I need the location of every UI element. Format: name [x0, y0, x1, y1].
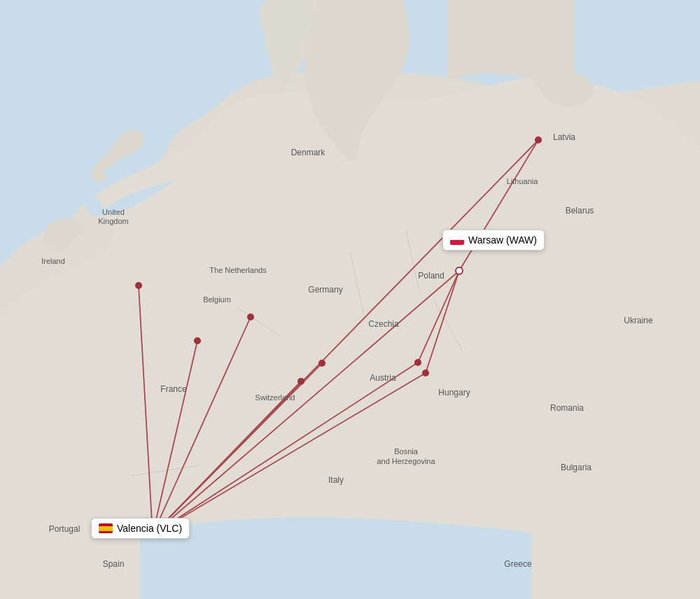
svg-point-21 [535, 136, 542, 143]
label-herzegovina: and Herzegovina [377, 457, 435, 465]
svg-point-24 [247, 313, 254, 320]
label-netherlands: The Netherlands [209, 266, 267, 274]
svg-point-27 [298, 378, 304, 385]
label-greece: Greece [504, 559, 532, 569]
label-bosnia: Bosnia [394, 447, 419, 456]
label-romania: Romania [550, 403, 584, 413]
label-czechia: Czechia [368, 319, 399, 329]
label-ireland: Ireland [41, 257, 65, 265]
label-bulgaria: Bulgaria [561, 463, 592, 472]
svg-point-23 [194, 337, 201, 344]
label-portugal: Portugal [49, 524, 80, 534]
label-ukraine: Ukraine [624, 316, 653, 325]
label-poland: Poland [418, 271, 444, 281]
label-uk2: Kingdom [98, 217, 128, 225]
svg-point-20 [149, 531, 156, 538]
svg-point-22 [135, 282, 142, 289]
label-belgium: Belgium [203, 295, 231, 304]
label-lithuania: Lithuania [507, 177, 539, 185]
label-belarus: Belarus [566, 206, 594, 216]
svg-point-19 [456, 267, 463, 274]
label-hungary: Hungary [438, 388, 470, 397]
label-spain: Spain [103, 559, 125, 569]
label-uk: United [102, 208, 125, 216]
svg-point-28 [422, 369, 429, 376]
svg-point-25 [318, 360, 326, 367]
label-germany: Germany [308, 285, 342, 295]
svg-point-26 [414, 359, 421, 366]
label-switzerland: Switzerland [255, 393, 295, 402]
map-container: Denmark United Kingdom Ireland The Nethe… [0, 0, 700, 599]
label-latvia: Latvia [553, 132, 575, 142]
label-france: France [160, 384, 187, 394]
label-denmark: Denmark [291, 148, 326, 157]
label-italy: Italy [328, 475, 344, 485]
label-austria: Austria [370, 373, 396, 383]
